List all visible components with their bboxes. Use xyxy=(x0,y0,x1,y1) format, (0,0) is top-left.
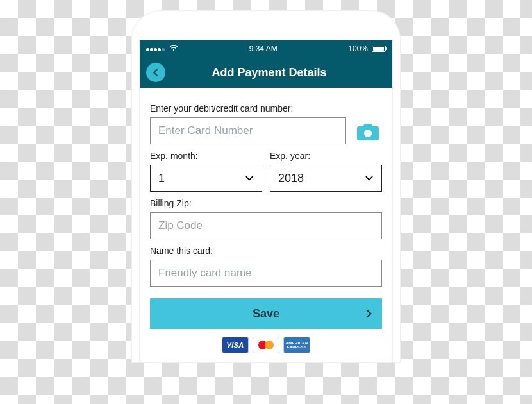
battery-percent: 100% xyxy=(348,44,368,53)
name-card-label: Name this card: xyxy=(150,246,382,256)
card-nickname-input[interactable]: Friendly card name xyxy=(150,260,382,287)
exp-year-select[interactable]: 2018 xyxy=(270,165,382,192)
chevron-right-icon xyxy=(364,308,373,319)
battery-icon xyxy=(372,46,386,52)
exp-month-label: Exp. month: xyxy=(150,151,262,161)
visa-logo: VISA xyxy=(222,337,249,353)
page-title: Add Payment Details xyxy=(172,66,367,80)
status-time: 9:34 AM xyxy=(249,44,278,53)
save-button[interactable]: Save xyxy=(150,298,382,329)
wifi-icon xyxy=(169,44,178,53)
chevron-left-icon xyxy=(151,68,160,77)
billing-zip-input[interactable]: Zip Code xyxy=(150,212,382,239)
card-number-label: Enter your debit/credit card number: xyxy=(150,103,382,114)
amex-logo: AMERICAN EXPRESS xyxy=(283,337,310,353)
signal-dots-icon xyxy=(146,44,165,53)
form: Enter your debit/credit card number: Ent… xyxy=(140,88,392,362)
chevron-down-icon xyxy=(365,174,374,183)
billing-zip-label: Billing Zip: xyxy=(150,198,382,208)
exp-month-select[interactable]: 1 xyxy=(150,165,262,192)
page-header: Add Payment Details xyxy=(140,57,392,88)
card-brand-logos: VISA AMERICAN EXPRESS xyxy=(150,329,382,356)
phone-frame: 9:34 AM 100% Add Payment Details Enter y… xyxy=(131,10,401,363)
camera-icon xyxy=(355,121,381,142)
exp-year-label: Exp. year: xyxy=(270,151,382,161)
exp-year-value: 2018 xyxy=(278,172,304,185)
chevron-down-icon xyxy=(245,174,254,183)
status-bar: 9:34 AM 100% xyxy=(140,40,392,57)
screen: 9:34 AM 100% Add Payment Details Enter y… xyxy=(139,40,393,363)
back-button[interactable] xyxy=(146,63,165,82)
mastercard-logo xyxy=(253,337,279,353)
svg-point-0 xyxy=(364,130,372,137)
exp-month-value: 1 xyxy=(158,172,165,185)
scan-card-button[interactable] xyxy=(354,119,382,142)
card-number-input[interactable]: Enter Card Number xyxy=(150,117,346,144)
save-button-label: Save xyxy=(253,307,279,321)
